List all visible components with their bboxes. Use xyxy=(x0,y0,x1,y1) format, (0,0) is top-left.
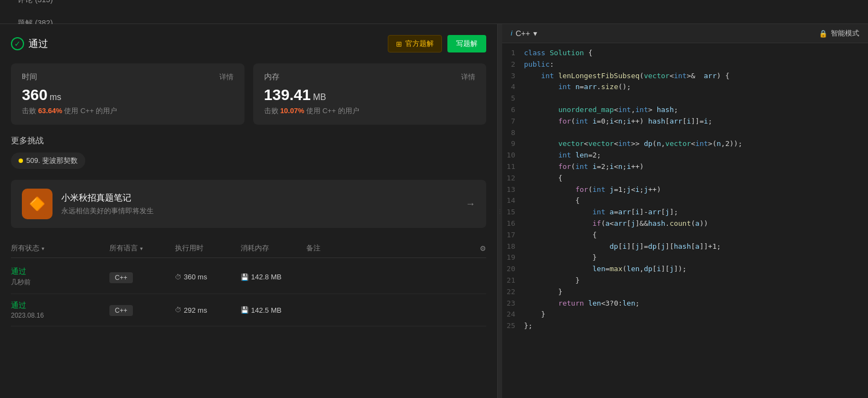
line-number: 17 xyxy=(506,230,524,241)
line-content: } xyxy=(524,275,580,286)
memory-stat-card: 内存 详情 139.41MB 击败 10.07% 使用 C++ 的用户 xyxy=(253,63,487,125)
code-line: 17 { xyxy=(502,230,868,241)
official-icon: ⊞ xyxy=(396,40,402,48)
line-content: return len<3?0:len; xyxy=(524,298,639,309)
status-filter-chevron: ▾ xyxy=(42,245,44,251)
line-number: 7 xyxy=(506,116,524,127)
memory-unit: MB xyxy=(313,92,326,102)
status-filter-button[interactable]: 所有状态 ▾ xyxy=(11,243,44,253)
line-content: unordered_map<int,int> hash; xyxy=(524,104,678,116)
time-detail-link[interactable]: 详情 xyxy=(219,72,234,82)
code-line: 25}; xyxy=(502,320,868,332)
line-number: 14 xyxy=(506,195,524,207)
memory-icon: 💾 xyxy=(241,273,249,281)
memory-icon: 💾 xyxy=(241,306,249,314)
code-line: 19 } xyxy=(502,252,868,264)
mode-label: 智能模式 xyxy=(831,28,859,38)
code-line: 24 } xyxy=(502,309,868,320)
time-beat-prefix: 击败 xyxy=(22,107,36,115)
code-line: 11 for(int i=2;i<n;i++) xyxy=(502,161,868,173)
pass-status-row: ✓ 通过 ⊞ 官方题解 写题解 xyxy=(11,35,486,52)
editor-lang-selector[interactable]: i C++ ▾ xyxy=(511,29,537,38)
code-area: 1class Solution {2public:3 int lenLonges… xyxy=(502,43,868,398)
left-panel: ✓ 通过 ⊞ 官方题解 写题解 时间 详情 xyxy=(0,24,498,398)
line-number: 4 xyxy=(506,81,524,93)
time-unit: ms xyxy=(50,92,61,102)
table-header: 所有状态 ▾ 所有语言 ▾ 执行用时 消耗内存 备注 ⚙ xyxy=(11,239,486,258)
code-line: 5 xyxy=(502,93,868,104)
lang-filter-button[interactable]: 所有语言 ▾ xyxy=(109,243,143,253)
official-label: 官方题解 xyxy=(405,39,434,49)
challenge-item[interactable]: 509. 斐波那契数 xyxy=(11,153,85,169)
code-line: 8 xyxy=(502,127,868,139)
row-time-ago: 几秒前 xyxy=(11,278,109,287)
line-content: class Solution { xyxy=(524,48,592,59)
memory-beat: 击败 10.07% 使用 C++ 的用户 xyxy=(264,106,476,116)
row-status-col: 通过 几秒前 xyxy=(11,267,109,287)
panel-divider[interactable]: ⋮ xyxy=(498,24,502,398)
line-content: for(int j=1;j<i;j++) xyxy=(524,184,661,196)
pass-text: 通过 xyxy=(28,37,48,50)
line-content: { xyxy=(524,195,580,207)
line-number: 16 xyxy=(506,218,524,230)
line-number: 18 xyxy=(506,241,524,253)
time-card-header: 时间 详情 xyxy=(22,72,234,82)
memory-beat-prefix: 击败 xyxy=(264,107,278,115)
code-line: 22 } xyxy=(502,286,868,298)
row-lang-col: C++ xyxy=(109,306,175,314)
line-content: int lenLongestFibSubseq(vector<int>& arr… xyxy=(524,71,730,82)
time-beat: 击败 63.64% 使用 C++ 的用户 xyxy=(22,106,234,116)
line-number: 6 xyxy=(506,104,524,116)
line-number: 1 xyxy=(506,48,524,59)
line-number: 23 xyxy=(506,298,524,309)
memory-detail-link[interactable]: 详情 xyxy=(461,72,475,82)
line-content: }; xyxy=(524,320,533,332)
row-status-col: 通过 2023.08.16 xyxy=(11,301,109,319)
code-line: 20 len=max(len,dp[i][j]); xyxy=(502,264,868,275)
time-value: 360ms xyxy=(22,86,234,104)
col-status-header: 所有状态 ▾ xyxy=(11,243,109,253)
col-note-header: 备注 xyxy=(306,243,464,253)
write-solution-button[interactable]: 写题解 xyxy=(447,35,486,52)
row-time-ago: 2023.08.16 xyxy=(11,312,109,319)
line-content: vector<vector<int>> dp(n,vector<int>(n,2… xyxy=(524,138,742,150)
line-number: 24 xyxy=(506,309,524,320)
settings-icon[interactable]: ⚙ xyxy=(480,244,486,253)
stats-row: 时间 详情 360ms 击败 63.64% 使用 C++ 的用户 内存 详情 xyxy=(11,63,486,125)
row-exec-time: ⏱ 360 ms xyxy=(175,273,241,281)
code-line: 23 return len<3?0:len; xyxy=(502,298,868,309)
submission-table: 通过 几秒前 C++ ⏱ 360 ms 💾 142.8 MB 通过 2023.0… xyxy=(11,260,486,326)
time-stat-card: 时间 详情 360ms 击败 63.64% 使用 C++ 的用户 xyxy=(11,63,244,125)
table-row[interactable]: 通过 2023.08.16 C++ ⏱ 292 ms 💾 142.5 MB xyxy=(11,294,486,326)
status-filter-label: 所有状态 xyxy=(11,243,39,253)
code-line: 10 int len=2; xyxy=(502,150,868,161)
code-line: 15 int a=arr[i]-arr[j]; xyxy=(502,207,868,218)
official-solution-button[interactable]: ⊞ 官方题解 xyxy=(388,35,442,52)
code-line: 21 } xyxy=(502,275,868,286)
row-memory: 💾 142.5 MB xyxy=(241,306,306,314)
code-line: 18 dp[i][j]=dp[j][hash[a]]+1; xyxy=(502,241,868,253)
challenge-label: 509. 斐波那契数 xyxy=(26,156,78,166)
lang-icon: i xyxy=(511,30,512,37)
col-settings-header: ⚙ xyxy=(464,244,486,253)
row-status: 通过 xyxy=(11,267,109,277)
nav-tab-comments[interactable]: 评论 (315) xyxy=(9,0,62,13)
line-number: 15 xyxy=(506,207,524,218)
line-content: { xyxy=(524,230,597,241)
code-line: 16 if(a<arr[j]&&hash.count(a)) xyxy=(502,218,868,230)
code-line: 4 int n=arr.size(); xyxy=(502,81,868,93)
ad-banner[interactable]: 🔶 小米秋招真题笔记 永远相信美好的事情即将发生 → xyxy=(11,180,486,228)
line-content: if(a<arr[j]&&hash.count(a)) xyxy=(524,218,708,230)
ad-title: 小米秋招真题笔记 xyxy=(61,192,457,204)
code-line: 14 { xyxy=(502,195,868,207)
code-line: 9 vector<vector<int>> dp(n,vector<int>(n… xyxy=(502,138,868,150)
challenge-dot xyxy=(19,159,23,163)
table-row[interactable]: 通过 几秒前 C++ ⏱ 360 ms 💾 142.8 MB xyxy=(11,260,486,294)
lang-filter-chevron: ▾ xyxy=(140,245,143,251)
row-status: 通过 xyxy=(11,301,109,311)
line-number: 22 xyxy=(506,286,524,298)
line-content: } xyxy=(524,252,597,264)
pass-label: ✓ 通过 xyxy=(11,37,48,50)
col-time-header: 执行用时 xyxy=(175,243,241,253)
line-number: 8 xyxy=(506,127,524,139)
